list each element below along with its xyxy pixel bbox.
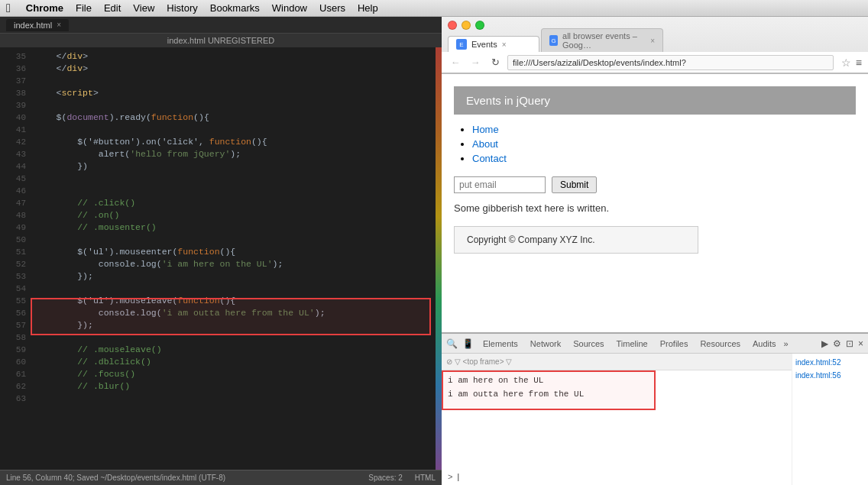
editor-tab[interactable]: index.html ×	[6, 19, 69, 31]
menu-file[interactable]: File	[76, 2, 92, 14]
code-content[interactable]: </div> </div> <script> $(document).ready…	[29, 47, 442, 470]
browser-tab-google-close[interactable]: ×	[650, 37, 655, 45]
nav-link-home[interactable]: Home	[472, 124, 499, 135]
page-title: Events in jQuery	[454, 86, 856, 115]
devtools-close-icon[interactable]: ×	[858, 338, 863, 349]
status-file-info: Line 56, Column 40; Saved ~/Desktop/even…	[6, 474, 225, 482]
console-panel[interactable]: ⊘ ▽ <top frame> ▽ i am here on the UL i …	[442, 354, 792, 485]
apple-menu[interactable]: 	[6, 2, 11, 15]
menu-window[interactable]: Window	[272, 2, 307, 14]
console-line-1: i am here on the UL	[448, 373, 785, 387]
browser-tab-events-close[interactable]: ×	[502, 40, 507, 49]
browser-tab-google[interactable]: G all browser events – Goog… ×	[541, 28, 663, 52]
console-cursor[interactable]: |	[456, 473, 462, 482]
forward-button[interactable]: →	[468, 55, 483, 70]
devtools-more-icon[interactable]: »	[784, 339, 789, 348]
devtools-dock-icon[interactable]: ⊡	[846, 338, 853, 349]
source-link-1[interactable]: index.html:52	[795, 358, 840, 367]
devtools-tab-timeline[interactable]: Timeline	[612, 338, 653, 350]
nav-link-contact[interactable]: Contact	[472, 153, 507, 164]
copyright-box: Copyright © Company XYZ Inc.	[454, 226, 698, 254]
page-content: Events in jQuery Home About Contact Subm…	[442, 74, 868, 332]
browser-tab-bar: E Events × G all browser events – Goog… …	[442, 34, 868, 52]
line-numbers: 3536373839404142434445464748495051525354…	[0, 47, 29, 470]
browser-tab-events-label: Events	[471, 40, 497, 49]
devtools-panel: 🔍 📱 Elements Network Sources Timeline Pr…	[442, 332, 868, 485]
browser-menu-icon[interactable]: ≡	[856, 57, 862, 69]
devtools-tab-elements[interactable]: Elements	[478, 338, 523, 350]
nav-link-about[interactable]: About	[472, 138, 498, 150]
mac-menu-bar:  Chrome File Edit View History Bookmark…	[0, 0, 868, 17]
app-name: Chrome	[26, 2, 63, 14]
devtools-tab-profiles[interactable]: Profiles	[656, 338, 693, 350]
code-area[interactable]: 3536373839404142434445464748495051525354…	[0, 47, 442, 470]
devtools-tab-network[interactable]: Network	[526, 338, 565, 350]
bookmark-star-icon[interactable]: ☆	[841, 57, 851, 69]
editor-tab-close[interactable]: ×	[57, 21, 61, 29]
traffic-light-minimize[interactable]	[462, 21, 471, 30]
devtools-run-icon[interactable]: ▶	[821, 338, 828, 349]
editor-title-bar: index.html UNREGISTERED	[0, 34, 442, 47]
address-input[interactable]	[507, 55, 834, 70]
editor-tab-label: index.html	[14, 21, 52, 30]
devtools-tab-audits[interactable]: Audits	[748, 338, 781, 350]
menu-edit[interactable]: Edit	[104, 2, 121, 14]
address-bar-row: ← → ↻ ☆ ≡	[442, 52, 868, 73]
source-link-row-2: index.html:56	[795, 370, 865, 381]
tab-favicon-google: G	[549, 35, 558, 46]
devtools-tab-sources[interactable]: Sources	[568, 338, 608, 350]
traffic-light-fullscreen[interactable]	[475, 21, 484, 30]
devtools-toolbar: 🔍 📱 Elements Network Sources Timeline Pr…	[442, 334, 868, 354]
browser-tab-events[interactable]: E Events ×	[448, 36, 539, 52]
browser-panel: E Events × G all browser events – Goog… …	[442, 17, 868, 485]
magnifier-icon[interactable]: 🔍	[446, 338, 458, 349]
back-button[interactable]: ←	[448, 55, 463, 70]
devtools-tab-resources[interactable]: Resources	[695, 338, 745, 350]
source-links: index.html:52 index.html:56	[792, 354, 868, 485]
editor-tab-bar: index.html ×	[0, 17, 442, 34]
menu-history[interactable]: History	[167, 2, 197, 14]
devtools-actions: ▶ ⚙ ⊡ ×	[821, 338, 863, 349]
submit-button[interactable]: Submit	[552, 176, 597, 193]
page-nav: Home About Contact	[454, 124, 856, 164]
status-lang: HTML	[415, 474, 436, 482]
status-spaces: Spaces: 2	[368, 474, 402, 482]
copyright-text: Copyright © Company XYZ Inc.	[467, 234, 595, 245]
source-link-row-1: index.html:52	[795, 357, 865, 368]
menu-bookmarks[interactable]: Bookmarks	[210, 2, 260, 14]
scroll-indicator	[436, 47, 442, 470]
menu-help[interactable]: Help	[358, 2, 378, 14]
code-editor: index.html × index.html UNREGISTERED 353…	[0, 17, 442, 485]
refresh-button[interactable]: ↻	[487, 55, 503, 70]
browser-content: Events in jQuery Home About Contact Subm…	[442, 74, 868, 485]
browser-chrome: E Events × G all browser events – Goog… …	[442, 17, 868, 74]
device-icon[interactable]: 📱	[462, 338, 474, 349]
console-line-2: i am outta here from the UL	[448, 387, 785, 401]
devtools-body: ⊘ ▽ <top frame> ▽ i am here on the UL i …	[442, 354, 868, 485]
console-input-row: > |	[448, 473, 461, 482]
console-filter-text: ⊘ ▽ <top frame> ▽	[446, 357, 512, 366]
menu-users[interactable]: Users	[319, 2, 345, 14]
console-filter-bar: ⊘ ▽ <top frame> ▽	[442, 354, 792, 370]
devtools-settings-icon[interactable]: ⚙	[833, 338, 841, 349]
status-bar: Line 56, Column 40; Saved ~/Desktop/even…	[0, 470, 442, 485]
email-form: Submit	[454, 176, 856, 193]
email-input[interactable]	[454, 176, 546, 193]
menu-view[interactable]: View	[133, 2, 154, 14]
gibberish-text: Some gibberish text here is written.	[454, 202, 856, 214]
console-output: i am here on the UL i am outta here from…	[442, 370, 792, 404]
traffic-light-close[interactable]	[448, 21, 457, 30]
tab-favicon: E	[456, 39, 467, 50]
source-link-2[interactable]: index.html:56	[795, 371, 840, 380]
browser-tab-google-label: all browser events – Goog…	[562, 31, 646, 50]
console-prompt: >	[448, 473, 453, 482]
